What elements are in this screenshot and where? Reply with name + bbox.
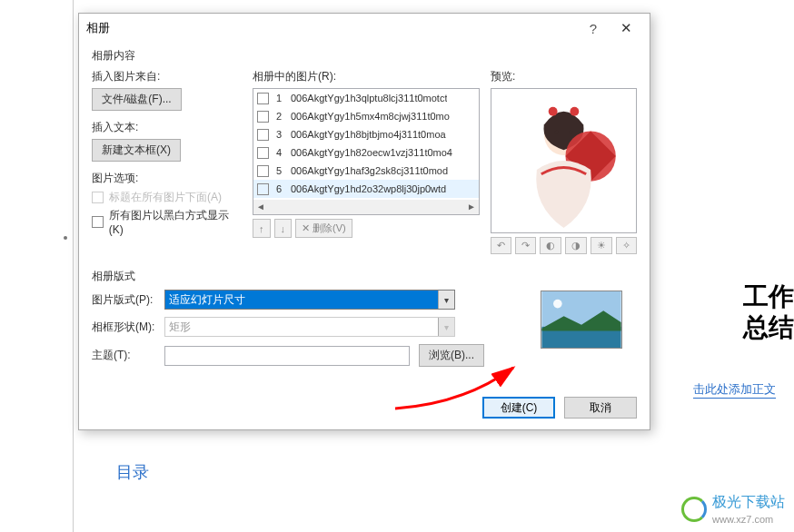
pics-in-album-label: 相册中的图片(R):: [253, 69, 480, 84]
scroll-right-icon[interactable]: ►: [466, 202, 477, 212]
frame-shape-select: 矩形 ▾: [164, 317, 455, 337]
svg-point-5: [549, 107, 558, 116]
move-up-button[interactable]: ↑: [253, 219, 271, 238]
preview-label: 预览:: [491, 69, 637, 84]
rotate-right-button[interactable]: ↷: [515, 237, 536, 254]
list-checkbox[interactable]: [257, 111, 269, 123]
close-icon[interactable]: ✕: [610, 20, 642, 36]
toc-heading: 目录: [116, 461, 149, 483]
list-checkbox[interactable]: [257, 93, 269, 104]
logo-icon: [681, 497, 707, 522]
photo-album-dialog: 相册 ? ✕ 相册内容 插入图片来自: 文件/磁盘(F)... 插入文本: 新建…: [78, 13, 650, 430]
chevron-down-icon: ▾: [438, 318, 454, 336]
chevron-down-icon[interactable]: ▾: [438, 291, 454, 309]
theme-label: 主题(T):: [92, 348, 164, 363]
format-thumbnail: [541, 291, 622, 349]
theme-input[interactable]: [164, 346, 410, 366]
bw-checkbox[interactable]: [92, 216, 104, 228]
logo-name: 极光下载站: [712, 493, 785, 512]
list-checkbox[interactable]: [257, 183, 269, 195]
scroll-left-icon[interactable]: ◄: [255, 202, 266, 212]
svg-point-6: [570, 107, 579, 116]
cancel-button[interactable]: 取消: [564, 397, 637, 419]
caption-checkbox: [92, 192, 104, 203]
preview-image: [491, 88, 637, 233]
list-checkbox[interactable]: [257, 165, 269, 177]
bg-placeholder-link[interactable]: 击此处添加正文: [693, 381, 776, 399]
brightness-down-button[interactable]: ✧: [616, 237, 637, 254]
bg-title2: 总结: [743, 312, 794, 343]
contrast-up-button[interactable]: ◐: [540, 237, 561, 254]
logo-url: www.xz7.com: [712, 514, 785, 525]
svg-point-3: [555, 130, 559, 133]
list-checkbox[interactable]: [257, 129, 269, 141]
insert-pic-from-label: 插入图片来自:: [92, 69, 242, 84]
rotate-left-button[interactable]: ↶: [491, 237, 511, 254]
caption-below-label: 标题在所有图片下面(A): [109, 190, 222, 205]
dialog-title: 相册: [86, 20, 577, 36]
move-down-button[interactable]: ↓: [274, 219, 293, 238]
picture-list[interactable]: 1006AkgtYgy1h3qlptu8lcj311t0motct 2006Ak…: [253, 88, 480, 215]
insert-text-label: 插入文本:: [92, 120, 242, 135]
svg-point-4: [569, 130, 572, 133]
brightness-up-button[interactable]: ☀: [591, 237, 612, 254]
section-format-label: 相册版式: [92, 269, 637, 284]
watermark-logo: 极光下载站 www.xz7.com: [681, 493, 785, 525]
frame-shape-label: 相框形状(M):: [92, 320, 164, 335]
bullet-dot: [64, 236, 67, 240]
pic-layout-label: 图片版式(P):: [92, 292, 164, 308]
contrast-down-button[interactable]: ◑: [565, 237, 587, 254]
pic-options-label: 图片选项:: [92, 171, 242, 186]
pic-layout-select[interactable]: 适应幻灯片尺寸 ▾: [164, 290, 455, 310]
file-disk-button[interactable]: 文件/磁盘(F)...: [92, 88, 182, 111]
list-checkbox[interactable]: [257, 147, 269, 159]
browse-button[interactable]: 浏览(B)...: [419, 344, 484, 367]
help-icon[interactable]: ?: [577, 21, 610, 36]
all-bw-label: 所有图片以黑白方式显示(K): [109, 208, 242, 236]
new-textbox-button[interactable]: 新建文本框(X): [92, 139, 181, 162]
remove-button[interactable]: ✕ 删除(V): [295, 219, 352, 238]
section-content-label: 相册内容: [92, 48, 637, 64]
create-button[interactable]: 创建(C): [482, 397, 555, 419]
svg-point-9: [553, 300, 562, 309]
bg-title1: 工作: [743, 281, 794, 312]
